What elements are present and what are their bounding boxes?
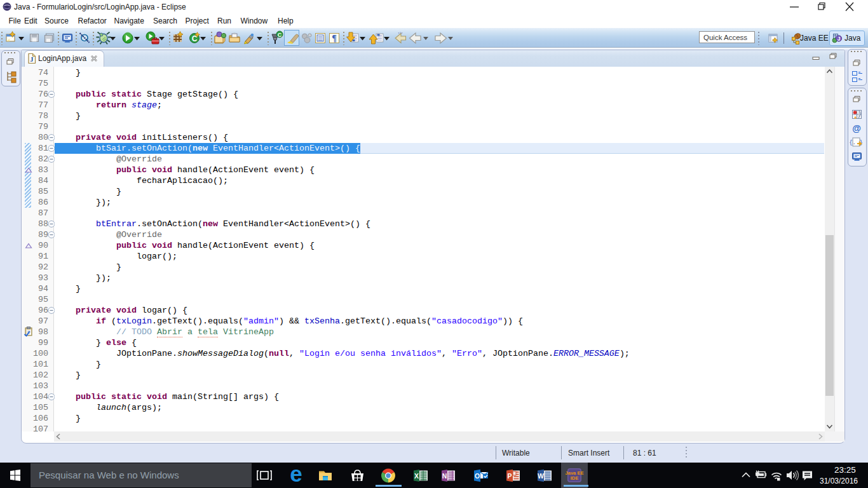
svg-text:O: O xyxy=(475,472,480,480)
svg-text:C: C xyxy=(278,32,282,38)
svg-text:J: J xyxy=(30,56,33,63)
svg-text:N: N xyxy=(442,472,447,480)
svg-text:P: P xyxy=(507,472,512,480)
svg-text:¶: ¶ xyxy=(332,34,337,43)
svg-text:X: X xyxy=(414,472,419,480)
svg-text:J: J xyxy=(837,36,841,42)
svg-text:IDE: IDE xyxy=(571,475,579,481)
svg-text:e: e xyxy=(290,463,302,486)
svg-text:@: @ xyxy=(852,123,861,133)
svg-text:W: W xyxy=(538,472,544,480)
